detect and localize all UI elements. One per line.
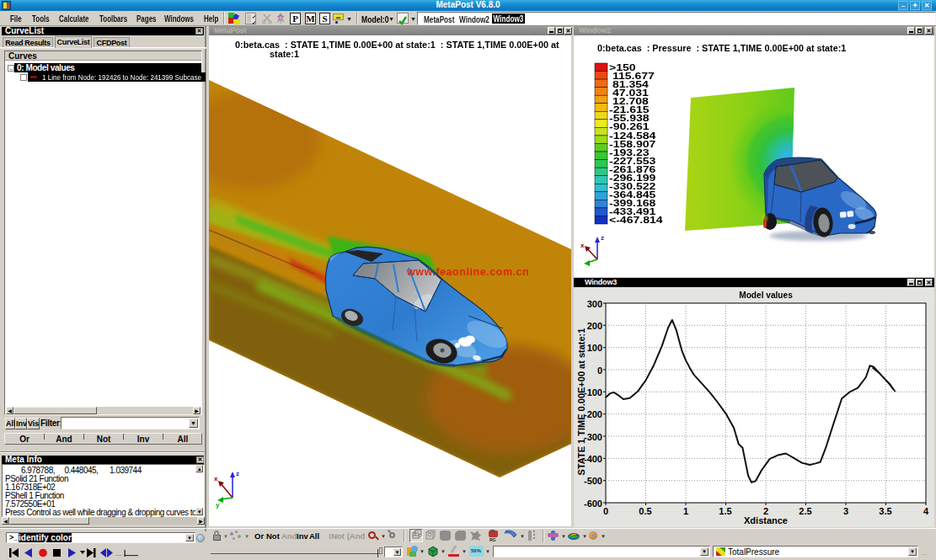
- svg-text:z: z: [601, 234, 604, 242]
- svg-text:x: x: [214, 475, 218, 483]
- svg-text:z: z: [236, 470, 239, 477]
- svg-text:...: ...: [115, 549, 122, 557]
- svg-text:x: x: [580, 242, 585, 249]
- svg-text:y: y: [216, 501, 220, 509]
